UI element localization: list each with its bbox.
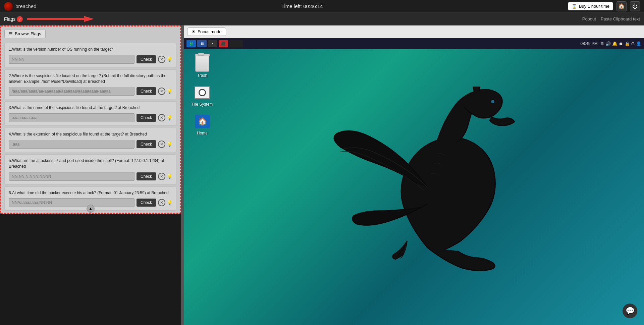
popout-link[interactable]: Popout xyxy=(582,16,596,21)
top-bar: breached Time left: 00:46:14 ⌛ Buy 1 hou… xyxy=(0,0,644,13)
clear-icon-6[interactable]: ✕ xyxy=(158,199,165,206)
action-icons-4: ✕ 💡 xyxy=(158,141,172,148)
red-arrow-indicator xyxy=(27,16,94,22)
trash-lid xyxy=(195,54,210,56)
answer-input-2[interactable] xyxy=(9,87,135,96)
answer-input-4[interactable] xyxy=(9,140,135,149)
question-card-3: 3.What is the name of the suspicious fil… xyxy=(4,101,177,126)
scroll-up-button[interactable]: ▲ xyxy=(87,205,95,213)
focus-bar: ☀ Focus mode xyxy=(184,25,644,38)
left-panel-outer: ☰ Browse Flags 1.What is the version num… xyxy=(0,25,181,325)
chat-bubble[interactable]: 💬 xyxy=(623,304,637,318)
taskbar-desktop-icon[interactable]: 🖥 xyxy=(197,40,207,47)
answer-input-6[interactable] xyxy=(9,198,135,207)
question-text-6: 6.At what time did the hacker execute hi… xyxy=(9,190,172,196)
hint-icon-5[interactable]: 💡 xyxy=(167,174,172,179)
trash-icon-label: Trash xyxy=(197,73,207,78)
answer-input-1[interactable] xyxy=(9,55,135,64)
tray-g-icon: G xyxy=(631,41,635,46)
tray-icons: 🖥 🔊 🔔 ⏺ 🔒 G 👤 xyxy=(600,41,641,46)
kali-menu-icon[interactable]: 🐉 xyxy=(186,40,196,47)
question-card-1: 1.What is the version number of OS runni… xyxy=(4,43,177,67)
answer-input-5[interactable] xyxy=(9,172,135,181)
question-text-4: 4.What is the extension of the suspiciou… xyxy=(9,131,172,137)
question-card-4: 4.What is the extension of the suspiciou… xyxy=(4,128,177,152)
action-icons-3: ✕ 💡 xyxy=(158,114,172,121)
hint-icon-2[interactable]: 💡 xyxy=(167,89,172,94)
power-button[interactable]: ⏻ xyxy=(630,1,640,11)
taskbar-terminal-icon[interactable]: ▪ xyxy=(208,40,217,47)
timer: Time left: 00:46:14 xyxy=(281,3,323,9)
home-visual: 🏠 xyxy=(195,115,210,128)
check-button-2[interactable]: Check xyxy=(137,87,156,95)
kali-taskbar: 🐉 🖥 ▪ ⬛ 08:49 PM 🖥 🔊 🔔 ⏺ 🔒 G � xyxy=(184,38,644,49)
question-text-2: 2.Where is the suspicious file located o… xyxy=(9,73,172,85)
flags-badge: 7 xyxy=(17,16,23,22)
question-row-4: Check ✕ 💡 xyxy=(9,140,172,149)
right-panel-outer: ☀ Focus mode 🐉 🖥 ▪ ⬛ 08:49 PM 🖥 xyxy=(184,25,644,325)
taskbar-app-icon[interactable]: ⬛ xyxy=(219,40,228,47)
flags-tab[interactable]: Flags 7 xyxy=(4,16,94,22)
svg-point-0 xyxy=(491,100,495,104)
tray-lock-icon: 🔒 xyxy=(625,41,630,46)
tray-notif-icon: 🔔 xyxy=(612,41,618,46)
second-bar: Flags 7 Popout Paste Clipboard text xyxy=(0,13,644,25)
main-layout: ☰ Browse Flags 1.What is the version num… xyxy=(0,25,644,325)
question-row-5: Check ✕ 💡 xyxy=(9,172,172,181)
action-icons-2: ✕ 💡 xyxy=(158,88,172,95)
buy-time-button[interactable]: ⌛ Buy 1 hour time xyxy=(568,2,613,10)
filesystem-visual xyxy=(195,86,210,99)
hint-icon-3[interactable]: 💡 xyxy=(167,115,172,120)
filter-icon: ☰ xyxy=(9,31,13,36)
clear-icon-1[interactable]: ✕ xyxy=(158,56,165,63)
second-bar-right: Popout Paste Clipboard text xyxy=(582,16,640,21)
filesystem-icon-image xyxy=(194,85,210,101)
tray-screen-icon: 🖥 xyxy=(600,41,604,46)
taskbar-left: 🐉 🖥 ▪ ⬛ xyxy=(186,40,243,47)
app-logo xyxy=(4,2,13,11)
browse-flags-label: Browse Flags xyxy=(15,31,41,36)
clear-icon-2[interactable]: ✕ xyxy=(158,88,165,95)
focus-mode-button[interactable]: ☀ Focus mode xyxy=(187,28,226,36)
desktop: Trash File System 🏠 xyxy=(184,49,644,325)
paste-link[interactable]: Paste Clipboard text xyxy=(601,16,640,21)
panel-divider[interactable]: ⋮ xyxy=(181,25,184,325)
clear-icon-3[interactable]: ✕ xyxy=(158,114,165,121)
focus-mode-label: Focus mode xyxy=(198,29,222,34)
taskbar-right: 08:49 PM 🖥 🔊 🔔 ⏺ 🔒 G 👤 xyxy=(581,41,642,46)
taskbar-extra xyxy=(229,40,243,47)
hint-icon-1[interactable]: 💡 xyxy=(167,57,172,62)
question-text-3: 3.What is the name of the suspicious fil… xyxy=(9,105,172,111)
flags-label: Flags xyxy=(4,16,15,22)
tray-record-icon: ⏺ xyxy=(619,41,623,46)
home-icon-image: 🏠 xyxy=(194,113,210,129)
check-button-6[interactable]: Check xyxy=(137,199,156,207)
left-panel: ☰ Browse Flags 1.What is the version num… xyxy=(0,25,181,214)
buy-time-label: Buy 1 hour time xyxy=(579,4,609,9)
question-row-2: Check ✕ 💡 xyxy=(9,87,172,96)
hint-icon-6[interactable]: 💡 xyxy=(167,200,172,205)
question-card-5: 5.What are the attacker's IP and port us… xyxy=(4,154,177,184)
filesystem-circle xyxy=(199,89,206,96)
answer-input-3[interactable] xyxy=(9,113,135,122)
clear-icon-4[interactable]: ✕ xyxy=(158,141,165,148)
question-text-5: 5.What are the attacker's IP and port us… xyxy=(9,158,172,169)
action-icons-5: ✕ 💡 xyxy=(158,173,172,180)
check-button-4[interactable]: Check xyxy=(137,140,156,148)
browse-flags-button[interactable]: ☰ Browse Flags xyxy=(4,29,46,38)
question-card-2: 2.Where is the suspicious file located o… xyxy=(4,69,177,100)
question-row-3: Check ✕ 💡 xyxy=(9,113,172,122)
check-button-1[interactable]: Check xyxy=(137,55,156,63)
check-button-3[interactable]: Check xyxy=(137,114,156,122)
tray-user-icon: 👤 xyxy=(636,41,641,46)
questions-container: 1.What is the version number of OS runni… xyxy=(1,41,180,213)
trash-icon-image xyxy=(194,56,210,72)
app-title: breached xyxy=(15,3,37,9)
taskbar-time: 08:49 PM xyxy=(581,41,598,46)
hint-icon-4[interactable]: 💡 xyxy=(167,142,172,147)
hourglass-icon: ⌛ xyxy=(572,4,577,9)
action-icons-6: ✕ 💡 xyxy=(158,199,172,206)
home-button[interactable]: 🏠 xyxy=(616,1,627,11)
clear-icon-5[interactable]: ✕ xyxy=(158,173,165,180)
check-button-5[interactable]: Check xyxy=(137,172,156,180)
